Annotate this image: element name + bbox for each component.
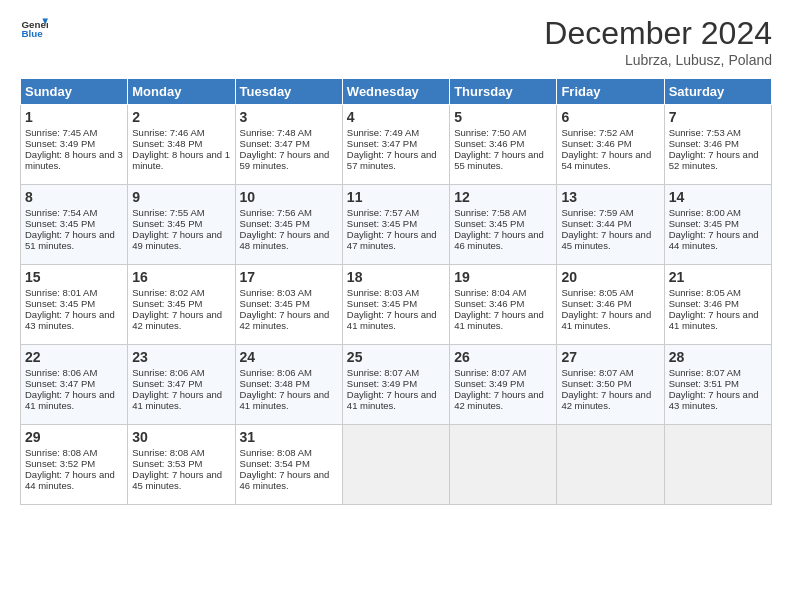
title-block: December 2024 Lubrza, Lubusz, Poland <box>544 15 772 68</box>
week-row-0: 1Sunrise: 7:45 AMSunset: 3:49 PMDaylight… <box>21 105 772 185</box>
logo: General Blue <box>20 15 48 43</box>
day-cell-29: 29Sunrise: 8:08 AMSunset: 3:52 PMDayligh… <box>21 425 128 505</box>
col-saturday: Saturday <box>664 79 771 105</box>
day-cell-4: 4Sunrise: 7:49 AMSunset: 3:47 PMDaylight… <box>342 105 449 185</box>
week-row-1: 8Sunrise: 7:54 AMSunset: 3:45 PMDaylight… <box>21 185 772 265</box>
day-cell-30: 30Sunrise: 8:08 AMSunset: 3:53 PMDayligh… <box>128 425 235 505</box>
day-cell-2: 2Sunrise: 7:46 AMSunset: 3:48 PMDaylight… <box>128 105 235 185</box>
day-cell-12: 12Sunrise: 7:58 AMSunset: 3:45 PMDayligh… <box>450 185 557 265</box>
calendar-table: Sunday Monday Tuesday Wednesday Thursday… <box>20 78 772 505</box>
logo-icon: General Blue <box>20 15 48 43</box>
col-thursday: Thursday <box>450 79 557 105</box>
day-cell-empty-w4i6 <box>664 425 771 505</box>
day-cell-18: 18Sunrise: 8:03 AMSunset: 3:45 PMDayligh… <box>342 265 449 345</box>
day-cell-3: 3Sunrise: 7:48 AMSunset: 3:47 PMDaylight… <box>235 105 342 185</box>
day-cell-25: 25Sunrise: 8:07 AMSunset: 3:49 PMDayligh… <box>342 345 449 425</box>
day-cell-empty-w4i3 <box>342 425 449 505</box>
day-cell-1: 1Sunrise: 7:45 AMSunset: 3:49 PMDaylight… <box>21 105 128 185</box>
col-friday: Friday <box>557 79 664 105</box>
day-cell-16: 16Sunrise: 8:02 AMSunset: 3:45 PMDayligh… <box>128 265 235 345</box>
page: General Blue December 2024 Lubrza, Lubus… <box>0 0 792 612</box>
day-cell-15: 15Sunrise: 8:01 AMSunset: 3:45 PMDayligh… <box>21 265 128 345</box>
day-cell-17: 17Sunrise: 8:03 AMSunset: 3:45 PMDayligh… <box>235 265 342 345</box>
day-cell-8: 8Sunrise: 7:54 AMSunset: 3:45 PMDaylight… <box>21 185 128 265</box>
week-row-3: 22Sunrise: 8:06 AMSunset: 3:47 PMDayligh… <box>21 345 772 425</box>
week-row-4: 29Sunrise: 8:08 AMSunset: 3:52 PMDayligh… <box>21 425 772 505</box>
day-cell-27: 27Sunrise: 8:07 AMSunset: 3:50 PMDayligh… <box>557 345 664 425</box>
day-cell-22: 22Sunrise: 8:06 AMSunset: 3:47 PMDayligh… <box>21 345 128 425</box>
month-title: December 2024 <box>544 15 772 52</box>
day-cell-14: 14Sunrise: 8:00 AMSunset: 3:45 PMDayligh… <box>664 185 771 265</box>
day-cell-13: 13Sunrise: 7:59 AMSunset: 3:44 PMDayligh… <box>557 185 664 265</box>
day-cell-10: 10Sunrise: 7:56 AMSunset: 3:45 PMDayligh… <box>235 185 342 265</box>
col-wednesday: Wednesday <box>342 79 449 105</box>
col-tuesday: Tuesday <box>235 79 342 105</box>
header-row: Sunday Monday Tuesday Wednesday Thursday… <box>21 79 772 105</box>
day-cell-9: 9Sunrise: 7:55 AMSunset: 3:45 PMDaylight… <box>128 185 235 265</box>
day-cell-21: 21Sunrise: 8:05 AMSunset: 3:46 PMDayligh… <box>664 265 771 345</box>
day-cell-26: 26Sunrise: 8:07 AMSunset: 3:49 PMDayligh… <box>450 345 557 425</box>
day-cell-5: 5Sunrise: 7:50 AMSunset: 3:46 PMDaylight… <box>450 105 557 185</box>
week-row-2: 15Sunrise: 8:01 AMSunset: 3:45 PMDayligh… <box>21 265 772 345</box>
day-cell-23: 23Sunrise: 8:06 AMSunset: 3:47 PMDayligh… <box>128 345 235 425</box>
day-cell-31: 31Sunrise: 8:08 AMSunset: 3:54 PMDayligh… <box>235 425 342 505</box>
day-cell-11: 11Sunrise: 7:57 AMSunset: 3:45 PMDayligh… <box>342 185 449 265</box>
day-cell-28: 28Sunrise: 8:07 AMSunset: 3:51 PMDayligh… <box>664 345 771 425</box>
day-cell-empty-w4i5 <box>557 425 664 505</box>
day-cell-empty-w4i4 <box>450 425 557 505</box>
col-monday: Monday <box>128 79 235 105</box>
header: General Blue December 2024 Lubrza, Lubus… <box>20 15 772 68</box>
day-cell-6: 6Sunrise: 7:52 AMSunset: 3:46 PMDaylight… <box>557 105 664 185</box>
day-cell-24: 24Sunrise: 8:06 AMSunset: 3:48 PMDayligh… <box>235 345 342 425</box>
day-cell-20: 20Sunrise: 8:05 AMSunset: 3:46 PMDayligh… <box>557 265 664 345</box>
col-sunday: Sunday <box>21 79 128 105</box>
location-subtitle: Lubrza, Lubusz, Poland <box>544 52 772 68</box>
day-cell-7: 7Sunrise: 7:53 AMSunset: 3:46 PMDaylight… <box>664 105 771 185</box>
svg-text:Blue: Blue <box>21 28 43 39</box>
day-cell-19: 19Sunrise: 8:04 AMSunset: 3:46 PMDayligh… <box>450 265 557 345</box>
